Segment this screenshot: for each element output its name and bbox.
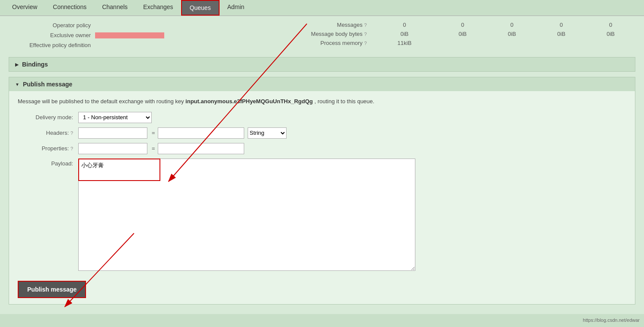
stats-row-messages: Messages ? 0 0 0 0 0 (182, 20, 635, 29)
body-bytes-label: Message body bytes ? (182, 29, 371, 38)
nav-connections[interactable]: Connections (45, 0, 94, 16)
publish-panel-body: Message will be published to the default… (9, 91, 635, 304)
info-left: Operator policy Exclusive owner Effectiv… (9, 20, 164, 50)
payload-label: Payload: (18, 159, 78, 167)
delivery-mode-label: Delivery mode: (18, 114, 78, 121)
body-bytes-v2: 0iB (438, 29, 487, 38)
process-memory-v3 (487, 38, 536, 48)
messages-v4: 0 (537, 20, 586, 29)
properties-val-input[interactable] (158, 143, 244, 154)
headers-key-input[interactable] (78, 127, 147, 139)
headers-row: Headers: ? = String Bytes Integer Float … (18, 127, 626, 139)
exclusive-owner-label: Exclusive owner (9, 32, 95, 38)
body-bytes-v1: 0iB (371, 29, 438, 38)
headers-label: Headers: ? (18, 130, 78, 136)
publish-desc-suffix: , routing it to this queue. (314, 98, 374, 105)
messages-qmark[interactable]: ? (364, 22, 367, 28)
exclusive-owner-row: Exclusive owner (9, 30, 164, 40)
effective-policy-label: Effective policy definition (9, 42, 95, 48)
publish-panel-header[interactable]: ▼ Publish message (9, 77, 635, 91)
process-memory-label: Process memory ? (182, 38, 371, 48)
publish-desc-text: Message will be published to the default… (18, 98, 184, 105)
routing-key: input.anonymous.e3fPHyeMQGuUnTHx_RgdQg (185, 98, 313, 105)
stats-table: Messages ? 0 0 0 0 0 Message body bytes … (182, 20, 635, 48)
messages-v5: 0 (586, 20, 635, 29)
properties-equals: = (152, 145, 155, 152)
body-bytes-qmark[interactable]: ? (364, 32, 367, 37)
payload-container: 小心牙膏 (78, 159, 415, 272)
messages-label: Messages ? (182, 20, 371, 29)
nav-overview[interactable]: Overview (4, 0, 45, 16)
payload-textarea[interactable]: 小心牙膏 (78, 159, 415, 271)
process-memory-v5 (586, 38, 635, 48)
operator-policy-label: Operator policy (9, 22, 95, 29)
main-content: Operator policy Exclusive owner Effectiv… (0, 16, 644, 314)
process-memory-v4 (537, 38, 586, 48)
process-memory-v2 (438, 38, 487, 48)
delivery-mode-select[interactable]: 1 - Non-persistent 2 - Persistent (78, 112, 152, 123)
properties-row: Properties: ? = (18, 143, 626, 154)
info-section: Operator policy Exclusive owner Effectiv… (9, 20, 635, 50)
publish-triangle-icon: ▼ (15, 82, 19, 87)
nav-channels[interactable]: Channels (94, 0, 135, 16)
headers-val-input[interactable] (158, 127, 244, 139)
bindings-panel: ▶ Bindings (9, 57, 635, 72)
body-bytes-v5: 0iB (586, 29, 635, 38)
body-bytes-v4: 0iB (537, 29, 586, 38)
properties-key-input[interactable] (78, 143, 147, 154)
headers-qmark[interactable]: ? (70, 130, 73, 136)
operator-policy-row: Operator policy (9, 20, 164, 30)
process-memory-v1: 11kiB (371, 38, 438, 48)
properties-label: Properties: ? (18, 145, 78, 152)
nav-exchanges[interactable]: Exchanges (135, 0, 181, 16)
payload-row: Payload: 小心牙膏 (18, 159, 626, 272)
effective-policy-row: Effective policy definition (9, 40, 164, 50)
info-right: Messages ? 0 0 0 0 0 Message body bytes … (182, 20, 635, 50)
messages-v1: 0 (371, 20, 438, 29)
delivery-mode-row: Delivery mode: 1 - Non-persistent 2 - Pe… (18, 112, 626, 123)
messages-v3: 0 (487, 20, 536, 29)
navigation: Overview Connections Channels Exchanges … (0, 0, 644, 16)
messages-v2: 0 (438, 20, 487, 29)
publish-description: Message will be published to the default… (18, 97, 626, 106)
exclusive-owner-value (95, 32, 164, 38)
stats-row-body-bytes: Message body bytes ? 0iB 0iB 0iB 0iB 0iB (182, 29, 635, 38)
publish-message-panel: ▼ Publish message Message will be publis… (9, 77, 635, 305)
bindings-triangle-icon: ▶ (15, 62, 19, 67)
nav-admin[interactable]: Admin (220, 0, 252, 16)
headers-type-select[interactable]: String Bytes Integer Float Boolean (248, 127, 287, 139)
publish-message-button[interactable]: Publish message (18, 281, 86, 298)
properties-qmark[interactable]: ? (70, 146, 73, 151)
body-bytes-v3: 0iB (487, 29, 536, 38)
publish-panel-title: Publish message (23, 81, 72, 88)
nav-queues[interactable]: Queues (181, 0, 220, 16)
stats-row-process-memory: Process memory ? 11kiB (182, 38, 635, 48)
headers-equals: = (152, 130, 155, 136)
bindings-panel-title: Bindings (22, 61, 48, 68)
process-memory-qmark[interactable]: ? (364, 41, 367, 46)
bindings-panel-header[interactable]: ▶ Bindings (9, 57, 635, 71)
